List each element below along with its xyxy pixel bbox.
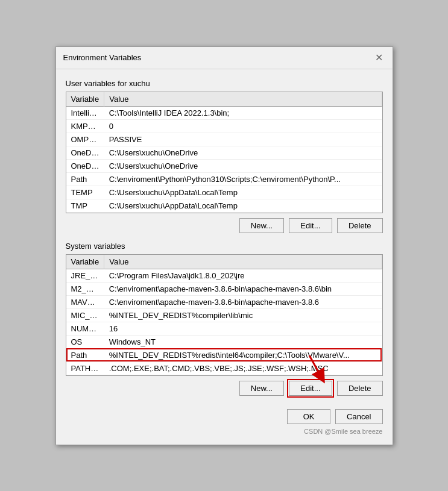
variable-cell: IntelliJ IDEA — [66, 106, 104, 119]
close-button[interactable]: ✕ — [373, 52, 385, 64]
ok-button[interactable]: OK — [287, 409, 330, 424]
table-row[interactable]: MAVEN_HOMEC:\enviroment\apache-maven-3.8… — [66, 295, 382, 308]
dialog-title: Environment Variables — [63, 53, 142, 62]
system-variables-table-container: Variable Value JRE_HOMEC:\Program Files\… — [66, 254, 383, 376]
user-variables-table: Variable Value IntelliJ IDEAC:\Tools\Int… — [66, 92, 382, 213]
user-variables-section: User variables for xuchu Variable Value … — [66, 79, 383, 233]
value-cell: C:\Users\xuchu\AppData\Local\Temp — [104, 186, 382, 199]
user-table-body: IntelliJ IDEAC:\Tools\IntelliJ IDEA 2022… — [66, 106, 382, 212]
variable-cell: OneDrive — [66, 146, 104, 159]
system-edit-button[interactable]: Edit... — [289, 381, 332, 396]
system-table-body: JRE_HOMEC:\Program Files\Java\jdk1.8.0_2… — [66, 269, 382, 375]
user-section-label: User variables for xuchu — [66, 79, 383, 88]
system-col-value: Value — [104, 255, 382, 269]
variable-cell: OneDriveConsumer — [66, 159, 104, 172]
user-table-header: Variable Value — [66, 92, 382, 107]
value-cell: .COM;.EXE;.BAT;.CMD;.VBS;.VBE;.JS;.JSE;.… — [104, 361, 382, 375]
table-row[interactable]: OSWindows_NT — [66, 335, 382, 348]
dialog-body: User variables for xuchu Variable Value … — [56, 69, 393, 445]
value-cell: C:\Users\xuchu\OneDrive — [104, 146, 382, 159]
value-cell: C:\enviroment\Python\Python310\Scripts;C… — [104, 172, 382, 186]
user-variables-scroll[interactable]: Variable Value IntelliJ IDEAC:\Tools\Int… — [66, 92, 382, 213]
value-cell: C:\enviroment\apache-maven-3.8.6-bin\apa… — [104, 295, 382, 308]
table-row[interactable]: OneDriveC:\Users\xuchu\OneDrive — [66, 146, 382, 159]
table-row[interactable]: Path%INTEL_DEV_REDIST%redist\intel64\com… — [66, 348, 382, 361]
user-col-variable: Variable — [66, 92, 104, 107]
user-delete-button[interactable]: Delete — [337, 218, 383, 233]
table-row[interactable]: OMP_WAIT_POLICYPASSIVE — [66, 133, 382, 146]
variable-cell: Path — [66, 172, 104, 186]
system-new-button[interactable]: New... — [239, 381, 284, 396]
table-row[interactable]: TMPC:\Users\xuchu\AppData\Local\Temp — [66, 199, 382, 212]
table-row[interactable]: JRE_HOMEC:\Program Files\Java\jdk1.8.0_2… — [66, 269, 382, 282]
value-cell: %INTEL_DEV_REDIST%compiler\lib\mic — [104, 308, 382, 322]
user-buttons-row: New... Edit... Delete — [66, 218, 383, 233]
variable-cell: TMP — [66, 199, 104, 212]
watermark: CSDN @Smile sea breeze — [66, 427, 383, 437]
system-variables-table: Variable Value JRE_HOMEC:\Program Files\… — [66, 255, 382, 375]
value-cell: C:\Users\xuchu\OneDrive — [104, 159, 382, 172]
cancel-button[interactable]: Cancel — [335, 409, 382, 424]
table-row[interactable]: PathC:\enviroment\Python\Python310\Scrip… — [66, 172, 382, 186]
system-buttons-row: New... Edit... Delete — [66, 381, 383, 396]
value-cell: 0 — [104, 119, 382, 133]
value-cell: C:\enviroment\apache-maven-3.8.6-bin\apa… — [104, 282, 382, 295]
value-cell: C:\Users\xuchu\AppData\Local\Temp — [104, 199, 382, 212]
system-table-header: Variable Value — [66, 255, 382, 269]
system-delete-button[interactable]: Delete — [337, 381, 383, 396]
bottom-buttons-row: OK Cancel — [66, 404, 383, 427]
variable-cell: Path — [66, 348, 104, 361]
variable-cell: JRE_HOME — [66, 269, 104, 282]
user-edit-button[interactable]: Edit... — [289, 218, 332, 233]
value-cell: C:\Tools\IntelliJ IDEA 2022.1.3\bin; — [104, 106, 382, 119]
table-row[interactable]: M2_HOMEC:\enviroment\apache-maven-3.8.6-… — [66, 282, 382, 295]
variable-cell: M2_HOME — [66, 282, 104, 295]
user-col-value: Value — [104, 92, 382, 107]
system-col-variable: Variable — [66, 255, 104, 269]
variable-cell: PATHEXT — [66, 361, 104, 375]
table-row[interactable]: MIC_LD_LIBRARY_PATH%INTEL_DEV_REDIST%com… — [66, 308, 382, 322]
system-variables-scroll[interactable]: Variable Value JRE_HOMEC:\Program Files\… — [66, 255, 382, 375]
table-row[interactable]: PATHEXT.COM;.EXE;.BAT;.CMD;.VBS;.VBE;.JS… — [66, 361, 382, 375]
system-section-label: System variables — [66, 242, 383, 251]
table-row[interactable]: TEMPC:\Users\xuchu\AppData\Local\Temp — [66, 186, 382, 199]
variable-cell: KMP_BLOCKTIME — [66, 119, 104, 133]
value-cell: PASSIVE — [104, 133, 382, 146]
variable-cell: MAVEN_HOME — [66, 295, 104, 308]
title-bar: Environment Variables ✕ — [56, 47, 393, 69]
table-row[interactable]: IntelliJ IDEAC:\Tools\IntelliJ IDEA 2022… — [66, 106, 382, 119]
variable-cell: OS — [66, 335, 104, 348]
system-variables-section: System variables Variable Value JRE_HOME… — [66, 242, 383, 396]
value-cell: Windows_NT — [104, 335, 382, 348]
variable-cell: TEMP — [66, 186, 104, 199]
table-row[interactable]: KMP_BLOCKTIME0 — [66, 119, 382, 133]
table-row[interactable]: NUMBER_OF_PROCESSORS16 — [66, 322, 382, 335]
variable-cell: MIC_LD_LIBRARY_PATH — [66, 308, 104, 322]
table-row[interactable]: OneDriveConsumerC:\Users\xuchu\OneDrive — [66, 159, 382, 172]
variable-cell: NUMBER_OF_PROCESSORS — [66, 322, 104, 335]
user-new-button[interactable]: New... — [239, 218, 284, 233]
value-cell: %INTEL_DEV_REDIST%redist\intel64\compile… — [104, 348, 382, 361]
environment-variables-dialog: Environment Variables ✕ User variables f… — [55, 46, 393, 445]
value-cell: 16 — [104, 322, 382, 335]
value-cell: C:\Program Files\Java\jdk1.8.0_202\jre — [104, 269, 382, 282]
variable-cell: OMP_WAIT_POLICY — [66, 133, 104, 146]
user-variables-table-container: Variable Value IntelliJ IDEAC:\Tools\Int… — [66, 92, 383, 213]
